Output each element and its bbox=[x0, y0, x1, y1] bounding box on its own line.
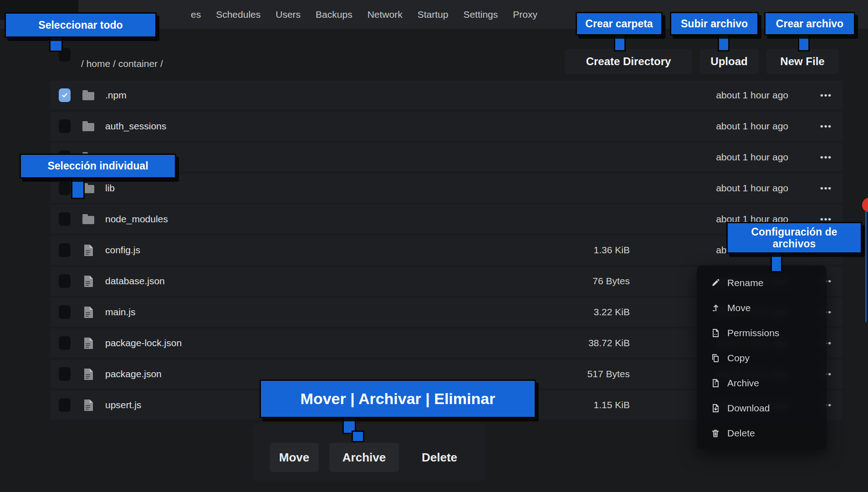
row-checkbox[interactable] bbox=[59, 212, 71, 226]
callout-tail bbox=[718, 34, 730, 51]
nav-item[interactable]: Settings bbox=[463, 9, 498, 20]
row-checkbox[interactable] bbox=[59, 398, 71, 412]
nav-item[interactable]: Network bbox=[368, 9, 403, 20]
edge-line bbox=[865, 210, 867, 322]
file-context-menu: Rename Move Permissions Copy Archive Dow… bbox=[697, 266, 827, 450]
nav-item[interactable]: es bbox=[191, 9, 201, 20]
folder-icon bbox=[82, 123, 94, 131]
row-checkbox[interactable] bbox=[59, 336, 71, 350]
file-size: 3.22 KiB bbox=[594, 307, 630, 318]
move-icon bbox=[710, 303, 720, 313]
copy-icon bbox=[710, 354, 720, 363]
context-menu-label: Rename bbox=[727, 277, 763, 288]
callout-create-file: Crear archivo bbox=[764, 12, 855, 36]
breadcrumb[interactable]: / home / container / bbox=[81, 58, 163, 69]
row-actions-button[interactable]: ••• bbox=[820, 121, 832, 131]
callout-individual-select: Selección individual bbox=[20, 154, 176, 179]
nav-item[interactable]: Proxy bbox=[513, 9, 537, 20]
new-file-button[interactable]: New File bbox=[766, 49, 839, 74]
table-row[interactable]: auth_sessions about 1 hour ago ••• bbox=[50, 112, 842, 141]
file-name[interactable]: package-lock.json bbox=[105, 338, 182, 348]
file-name[interactable]: database.json bbox=[105, 276, 165, 287]
folder-icon bbox=[82, 216, 94, 224]
table-row[interactable]: node_modules about 1 hour ago ••• bbox=[50, 205, 842, 234]
context-menu-item[interactable]: Copy bbox=[697, 345, 827, 370]
file-icon bbox=[84, 337, 93, 349]
trash-icon bbox=[710, 429, 720, 438]
create-directory-button[interactable]: Create Directory bbox=[565, 49, 692, 74]
context-menu-label: Delete bbox=[727, 428, 755, 439]
row-checkbox[interactable] bbox=[59, 181, 71, 195]
callout-create-folder: Crear carpeta bbox=[576, 12, 663, 36]
file-modified: about 1 hour ago bbox=[716, 121, 788, 132]
callout-tail bbox=[798, 34, 810, 51]
callout-select-all: Seleccionar todo bbox=[5, 12, 157, 38]
file-name[interactable]: .npm bbox=[105, 90, 127, 101]
row-checkbox[interactable] bbox=[59, 88, 71, 102]
file-size: 1.36 KiB bbox=[594, 245, 630, 256]
row-actions-button[interactable]: ••• bbox=[820, 152, 832, 162]
row-actions-button[interactable]: ••• bbox=[820, 183, 832, 193]
nav-item[interactable]: Backups bbox=[316, 9, 352, 20]
callout-tail bbox=[352, 430, 364, 442]
file-size: 517 Bytes bbox=[587, 369, 630, 379]
file-icon bbox=[84, 399, 93, 411]
file-name[interactable]: config.js bbox=[105, 245, 140, 256]
row-checkbox[interactable] bbox=[59, 243, 71, 257]
callout-tail bbox=[49, 36, 63, 52]
callout-tail bbox=[771, 252, 782, 272]
file-size: 76 Bytes bbox=[592, 276, 630, 287]
file-modified: about 1 hour ago bbox=[716, 152, 788, 163]
context-menu-item[interactable]: Delete bbox=[697, 420, 827, 446]
nav-item[interactable]: Schedules bbox=[216, 9, 260, 20]
file-name[interactable]: package.json bbox=[105, 369, 162, 379]
row-actions-button[interactable]: ••• bbox=[820, 90, 832, 100]
file-size: 1.15 KiB bbox=[594, 400, 630, 410]
row-checkbox[interactable] bbox=[59, 119, 71, 133]
file-icon bbox=[84, 244, 93, 256]
context-menu-item[interactable]: Download bbox=[697, 395, 827, 420]
context-menu-item[interactable]: Move bbox=[697, 295, 827, 320]
file-manager-screen: esSchedulesUsersBackupsNetworkStartupSet… bbox=[0, 0, 868, 492]
context-menu-item[interactable]: Permissions bbox=[697, 320, 827, 345]
file-name[interactable]: upsert.js bbox=[105, 400, 141, 410]
checkmark-icon bbox=[61, 92, 68, 99]
file-name[interactable]: lib bbox=[105, 183, 115, 194]
context-menu-label: Download bbox=[727, 403, 770, 414]
context-menu-label: Permissions bbox=[727, 328, 779, 338]
file-icon bbox=[84, 368, 93, 380]
move-button[interactable]: Move bbox=[270, 443, 319, 472]
context-menu-label: Move bbox=[727, 302, 751, 313]
callout-upload-file: Subir archivo bbox=[670, 12, 759, 36]
upload-button[interactable]: Upload bbox=[700, 49, 759, 74]
bulk-action-bar: Move Archive Delete bbox=[253, 424, 485, 481]
download-icon bbox=[710, 404, 720, 413]
row-checkbox[interactable] bbox=[59, 367, 71, 381]
file-icon bbox=[84, 306, 93, 318]
nav-item[interactable]: Startup bbox=[418, 9, 449, 20]
file-size: 38.72 KiB bbox=[588, 338, 630, 348]
file-icon bbox=[84, 275, 93, 287]
file-modified: about 1 hour ago bbox=[716, 90, 788, 101]
archive-icon bbox=[710, 379, 720, 388]
table-row[interactable]: config.js 1.36 KiB about 1 hour ago ••• bbox=[50, 236, 842, 265]
archive-button[interactable]: Archive bbox=[329, 443, 399, 472]
folder-icon bbox=[82, 92, 94, 100]
file-name[interactable]: node_modules bbox=[105, 214, 168, 225]
delete-button[interactable]: Delete bbox=[414, 443, 465, 472]
row-checkbox[interactable] bbox=[59, 305, 71, 319]
file-name[interactable]: auth_sessions bbox=[105, 121, 166, 132]
callout-tail bbox=[71, 177, 85, 199]
context-menu-item[interactable]: Rename bbox=[697, 270, 827, 295]
file-toolbar: Create Directory Upload New File bbox=[565, 49, 839, 74]
context-menu-label: Copy bbox=[727, 353, 750, 364]
callout-bulk-actions: Mover | Archivar | Eliminar bbox=[260, 379, 536, 418]
table-row[interactable]: .npm about 1 hour ago ••• bbox=[50, 81, 842, 110]
context-menu-item[interactable]: Archive bbox=[697, 370, 827, 395]
context-menu-label: Archive bbox=[727, 378, 759, 389]
row-checkbox[interactable] bbox=[59, 274, 71, 288]
callout-tail bbox=[614, 34, 626, 51]
pencil-icon bbox=[710, 278, 720, 287]
file-name[interactable]: main.js bbox=[105, 307, 136, 318]
nav-item[interactable]: Users bbox=[276, 9, 301, 20]
